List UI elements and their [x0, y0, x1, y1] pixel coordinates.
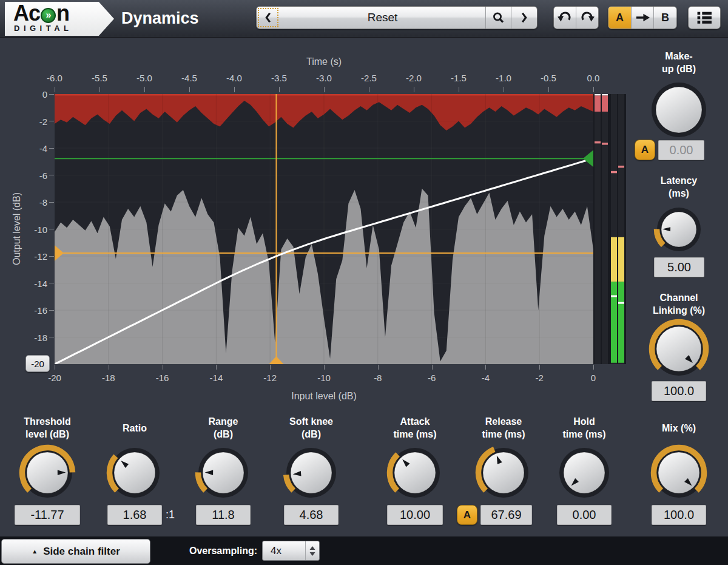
- level-plot[interactable]: [55, 94, 593, 364]
- channel-linking-knob[interactable]: [649, 319, 709, 382]
- tick-mark: [49, 229, 54, 229]
- plugin-window: Ac»n DIGITAL Dynamics Reset: [0, 0, 728, 565]
- preset-b-button[interactable]: B: [654, 7, 676, 29]
- tick-mark: [324, 365, 325, 370]
- tick-mark: [109, 365, 109, 370]
- arrow-right-icon: [635, 13, 651, 22]
- attack-knob[interactable]: [386, 444, 443, 504]
- tick-label: -3.0: [316, 73, 332, 83]
- mix-value[interactable]: 100.0: [652, 505, 706, 525]
- channel-linking-label: Channel Linking (%): [627, 291, 728, 317]
- latency-knob[interactable]: [653, 204, 704, 257]
- tick-label: -4.0: [226, 73, 242, 83]
- chevron-left-icon: [263, 11, 274, 24]
- tick-label: 0.0: [587, 73, 600, 83]
- makeup-value[interactable]: 0.00: [658, 140, 704, 160]
- spinner-arrows-icon[interactable]: [305, 541, 319, 560]
- preset-previous-button[interactable]: [257, 7, 280, 29]
- makeup-auto-button[interactable]: A: [635, 140, 655, 160]
- release-knob[interactable]: [475, 444, 532, 504]
- side-chain-filter-expander[interactable]: ▲ Side chain filter: [1, 539, 150, 564]
- soft-knee-knob[interactable]: [283, 444, 340, 504]
- tick-label: -0.5: [541, 73, 556, 83]
- undo-icon: [557, 8, 573, 27]
- tick-label: -14: [210, 373, 223, 383]
- copy-a-to-b-button[interactable]: [632, 7, 653, 29]
- redo-button[interactable]: [576, 7, 598, 29]
- hold-value[interactable]: 0.00: [557, 505, 612, 525]
- output-axis-min-button[interactable]: -20: [25, 355, 50, 372]
- soft-knee-value[interactable]: 4.68: [284, 505, 339, 525]
- preset-a-button[interactable]: A: [608, 7, 631, 29]
- mix-knob[interactable]: [650, 444, 707, 504]
- soft-knee-label: Soft knee(dB): [260, 415, 363, 441]
- tick-mark: [593, 87, 594, 92]
- ratio-knob[interactable]: [106, 444, 163, 504]
- logo-play-icon: »: [41, 8, 56, 23]
- tick-label: -1.0: [496, 73, 511, 83]
- level-meters: [593, 94, 626, 364]
- tick-label: -2: [536, 373, 544, 383]
- tick-mark: [432, 365, 433, 370]
- tick-label: -4: [482, 373, 490, 383]
- attack-value[interactable]: 10.00: [387, 505, 443, 525]
- tick-mark: [49, 283, 54, 283]
- tick-label: -20: [48, 373, 61, 383]
- tick-label: -18: [24, 332, 47, 342]
- range-knob[interactable]: [195, 444, 252, 504]
- range-value[interactable]: 11.8: [196, 505, 251, 525]
- oversampling-select[interactable]: 4x: [262, 541, 320, 561]
- oversampling-value: 4x: [263, 545, 305, 557]
- top-toolbar: Ac»n DIGITAL Dynamics Reset: [0, 0, 728, 38]
- latency-value[interactable]: 5.00: [654, 257, 704, 277]
- tick-label: -10: [317, 373, 331, 383]
- redo-icon: [579, 8, 595, 27]
- tick-mark: [459, 87, 459, 92]
- preset-next-button[interactable]: [511, 7, 537, 29]
- tick-mark: [49, 94, 54, 95]
- makeup-knob[interactable]: [648, 79, 710, 143]
- tick-mark: [163, 365, 163, 370]
- input-axis-title: Input level (dB): [55, 391, 593, 402]
- tick-mark: [55, 87, 55, 92]
- makeup-label: Make- up (dB): [627, 50, 728, 75]
- tick-label: -14: [24, 278, 47, 288]
- search-icon: [491, 11, 505, 25]
- chevron-right-icon: [519, 11, 530, 24]
- undo-button[interactable]: [554, 7, 576, 29]
- tick-label: -8: [24, 197, 47, 208]
- logo-subtitle: DIGITAL: [14, 24, 73, 33]
- tick-label: -5.0: [136, 73, 152, 83]
- page-title: Dynamics: [121, 0, 199, 38]
- tick-mark: [548, 87, 549, 92]
- tick-mark: [99, 87, 100, 92]
- tick-label: 0: [591, 373, 596, 383]
- ratio-value[interactable]: 1.68: [107, 505, 162, 525]
- tick-label: -2.0: [406, 73, 422, 83]
- tick-label: -8: [374, 373, 382, 383]
- tick-label: -18: [102, 373, 115, 383]
- menu-button[interactable]: [688, 6, 721, 29]
- logo-n: n: [56, 1, 69, 26]
- oversampling-label: Oversampling:: [171, 536, 257, 565]
- tick-mark: [539, 365, 540, 370]
- tick-mark: [378, 365, 379, 370]
- tick-label: -12: [263, 373, 277, 383]
- undo-redo-group: [553, 6, 599, 29]
- release-auto-button[interactable]: A: [457, 505, 477, 525]
- threshold-value[interactable]: -11.77: [15, 505, 80, 525]
- tick-mark: [49, 337, 54, 337]
- preset-search-button[interactable]: [486, 7, 511, 29]
- mix-label: Mix (%): [627, 422, 728, 435]
- preset-name[interactable]: Reset: [280, 7, 485, 29]
- release-value[interactable]: 67.69: [480, 505, 532, 525]
- threshold-knob[interactable]: [19, 444, 76, 504]
- tick-mark: [593, 365, 594, 370]
- time-axis-title: Time (s): [55, 56, 593, 67]
- channel-linking-value[interactable]: 100.0: [652, 381, 706, 401]
- tick-mark: [49, 121, 54, 121]
- hold-knob[interactable]: [556, 444, 613, 504]
- tick-label: -6: [428, 373, 436, 383]
- footer-bar: ▲ Side chain filter Oversampling: 4x: [0, 536, 728, 565]
- ratio-suffix: :1: [166, 505, 175, 525]
